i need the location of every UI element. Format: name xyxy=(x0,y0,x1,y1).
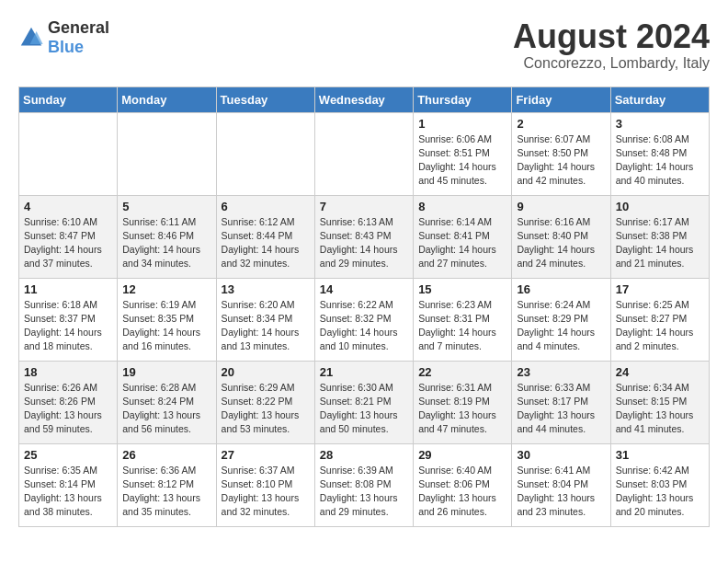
day-number: 27 xyxy=(222,448,310,462)
week-row-5: 25Sunrise: 6:35 AM Sunset: 8:14 PM Dayli… xyxy=(19,443,710,526)
page-header: General Blue August 2024 Concorezzo, Lom… xyxy=(18,18,710,72)
day-cell: 21Sunrise: 6:30 AM Sunset: 8:21 PM Dayli… xyxy=(314,361,413,443)
day-number: 23 xyxy=(517,365,605,379)
day-header-wednesday: Wednesday xyxy=(314,86,413,112)
day-info: Sunrise: 6:30 AM Sunset: 8:21 PM Dayligh… xyxy=(320,381,408,437)
day-info: Sunrise: 6:33 AM Sunset: 8:17 PM Dayligh… xyxy=(517,381,605,437)
day-number: 11 xyxy=(24,282,112,296)
day-number: 13 xyxy=(222,282,310,296)
day-info: Sunrise: 6:20 AM Sunset: 8:34 PM Dayligh… xyxy=(222,298,310,354)
month-year: August 2024 xyxy=(513,18,710,55)
day-number: 25 xyxy=(24,448,112,462)
day-number: 1 xyxy=(418,117,506,131)
day-cell: 26Sunrise: 6:36 AM Sunset: 8:12 PM Dayli… xyxy=(118,443,216,526)
day-header-row: SundayMondayTuesdayWednesdayThursdayFrid… xyxy=(19,86,710,112)
week-row-2: 4Sunrise: 6:10 AM Sunset: 8:47 PM Daylig… xyxy=(19,195,710,278)
day-cell: 15Sunrise: 6:23 AM Sunset: 8:31 PM Dayli… xyxy=(414,278,512,361)
day-info: Sunrise: 6:36 AM Sunset: 8:12 PM Dayligh… xyxy=(122,464,210,520)
day-cell: 1Sunrise: 6:06 AM Sunset: 8:51 PM Daylig… xyxy=(414,112,512,195)
day-cell: 9Sunrise: 6:16 AM Sunset: 8:40 PM Daylig… xyxy=(512,195,610,278)
day-info: Sunrise: 6:12 AM Sunset: 8:44 PM Dayligh… xyxy=(222,215,310,271)
day-cell: 5Sunrise: 6:11 AM Sunset: 8:46 PM Daylig… xyxy=(118,195,216,278)
day-info: Sunrise: 6:10 AM Sunset: 8:47 PM Dayligh… xyxy=(24,215,112,271)
day-header-tuesday: Tuesday xyxy=(216,86,314,112)
day-cell: 10Sunrise: 6:17 AM Sunset: 8:38 PM Dayli… xyxy=(610,195,709,278)
day-cell: 24Sunrise: 6:34 AM Sunset: 8:15 PM Dayli… xyxy=(610,361,709,443)
day-number: 29 xyxy=(418,448,506,462)
day-cell: 17Sunrise: 6:25 AM Sunset: 8:27 PM Dayli… xyxy=(610,278,709,361)
day-cell: 27Sunrise: 6:37 AM Sunset: 8:10 PM Dayli… xyxy=(216,443,314,526)
day-info: Sunrise: 6:16 AM Sunset: 8:40 PM Dayligh… xyxy=(517,215,605,271)
week-row-3: 11Sunrise: 6:18 AM Sunset: 8:37 PM Dayli… xyxy=(19,278,710,361)
day-cell: 28Sunrise: 6:39 AM Sunset: 8:08 PM Dayli… xyxy=(314,443,413,526)
day-info: Sunrise: 6:39 AM Sunset: 8:08 PM Dayligh… xyxy=(320,464,408,520)
day-info: Sunrise: 6:26 AM Sunset: 8:26 PM Dayligh… xyxy=(24,381,112,437)
day-header-sunday: Sunday xyxy=(19,86,118,112)
day-info: Sunrise: 6:37 AM Sunset: 8:10 PM Dayligh… xyxy=(222,464,310,520)
day-info: Sunrise: 6:18 AM Sunset: 8:37 PM Dayligh… xyxy=(24,298,112,354)
day-number: 21 xyxy=(320,365,408,379)
day-number: 30 xyxy=(517,448,605,462)
day-cell: 25Sunrise: 6:35 AM Sunset: 8:14 PM Dayli… xyxy=(19,443,118,526)
day-cell: 13Sunrise: 6:20 AM Sunset: 8:34 PM Dayli… xyxy=(216,278,314,361)
day-number: 10 xyxy=(616,200,704,213)
location: Concorezzo, Lombardy, Italy xyxy=(513,55,710,72)
day-info: Sunrise: 6:40 AM Sunset: 8:06 PM Dayligh… xyxy=(418,464,506,520)
day-number: 31 xyxy=(616,448,704,462)
day-cell: 20Sunrise: 6:29 AM Sunset: 8:22 PM Dayli… xyxy=(216,361,314,443)
day-number: 18 xyxy=(24,365,112,379)
day-info: Sunrise: 6:23 AM Sunset: 8:31 PM Dayligh… xyxy=(418,298,506,354)
day-cell: 18Sunrise: 6:26 AM Sunset: 8:26 PM Dayli… xyxy=(19,361,118,443)
day-info: Sunrise: 6:07 AM Sunset: 8:50 PM Dayligh… xyxy=(517,132,605,189)
day-cell: 31Sunrise: 6:42 AM Sunset: 8:03 PM Dayli… xyxy=(610,443,709,526)
day-number: 12 xyxy=(122,282,210,296)
day-number: 9 xyxy=(517,200,605,213)
day-info: Sunrise: 6:17 AM Sunset: 8:38 PM Dayligh… xyxy=(616,215,704,271)
day-number: 22 xyxy=(418,365,506,379)
day-cell: 12Sunrise: 6:19 AM Sunset: 8:35 PM Dayli… xyxy=(118,278,216,361)
day-number: 15 xyxy=(418,282,506,296)
day-info: Sunrise: 6:24 AM Sunset: 8:29 PM Dayligh… xyxy=(517,298,605,354)
day-cell: 6Sunrise: 6:12 AM Sunset: 8:44 PM Daylig… xyxy=(216,195,314,278)
day-info: Sunrise: 6:28 AM Sunset: 8:24 PM Dayligh… xyxy=(122,381,210,437)
day-number: 2 xyxy=(517,117,605,131)
day-info: Sunrise: 6:25 AM Sunset: 8:27 PM Dayligh… xyxy=(616,298,704,354)
day-info: Sunrise: 6:06 AM Sunset: 8:51 PM Dayligh… xyxy=(418,132,506,189)
day-cell xyxy=(118,112,216,195)
day-cell xyxy=(314,112,413,195)
day-number: 7 xyxy=(320,200,408,213)
day-number: 14 xyxy=(320,282,408,296)
logo-text-general: General xyxy=(48,18,109,37)
logo-icon xyxy=(18,25,44,51)
day-info: Sunrise: 6:22 AM Sunset: 8:32 PM Dayligh… xyxy=(320,298,408,354)
day-number: 20 xyxy=(222,365,310,379)
day-info: Sunrise: 6:11 AM Sunset: 8:46 PM Dayligh… xyxy=(122,215,210,271)
logo: General Blue xyxy=(18,18,109,57)
day-number: 4 xyxy=(24,200,112,213)
day-header-saturday: Saturday xyxy=(610,86,709,112)
day-number: 3 xyxy=(616,117,704,131)
day-cell: 23Sunrise: 6:33 AM Sunset: 8:17 PM Dayli… xyxy=(512,361,610,443)
day-cell: 11Sunrise: 6:18 AM Sunset: 8:37 PM Dayli… xyxy=(19,278,118,361)
logo-text-blue: Blue xyxy=(48,38,84,56)
title-block: August 2024 Concorezzo, Lombardy, Italy xyxy=(513,18,710,72)
calendar-table: SundayMondayTuesdayWednesdayThursdayFrid… xyxy=(18,86,710,527)
day-info: Sunrise: 6:13 AM Sunset: 8:43 PM Dayligh… xyxy=(320,215,408,271)
day-cell: 4Sunrise: 6:10 AM Sunset: 8:47 PM Daylig… xyxy=(19,195,118,278)
day-header-thursday: Thursday xyxy=(414,86,512,112)
day-info: Sunrise: 6:34 AM Sunset: 8:15 PM Dayligh… xyxy=(616,381,704,437)
day-info: Sunrise: 6:42 AM Sunset: 8:03 PM Dayligh… xyxy=(616,464,704,520)
day-number: 6 xyxy=(222,200,310,213)
day-info: Sunrise: 6:29 AM Sunset: 8:22 PM Dayligh… xyxy=(222,381,310,437)
day-number: 24 xyxy=(616,365,704,379)
day-number: 28 xyxy=(320,448,408,462)
day-info: Sunrise: 6:35 AM Sunset: 8:14 PM Dayligh… xyxy=(24,464,112,520)
day-number: 8 xyxy=(418,200,506,213)
day-number: 17 xyxy=(616,282,704,296)
day-cell: 8Sunrise: 6:14 AM Sunset: 8:41 PM Daylig… xyxy=(414,195,512,278)
day-cell: 29Sunrise: 6:40 AM Sunset: 8:06 PM Dayli… xyxy=(414,443,512,526)
day-cell: 30Sunrise: 6:41 AM Sunset: 8:04 PM Dayli… xyxy=(512,443,610,526)
day-cell: 14Sunrise: 6:22 AM Sunset: 8:32 PM Dayli… xyxy=(314,278,413,361)
day-cell: 19Sunrise: 6:28 AM Sunset: 8:24 PM Dayli… xyxy=(118,361,216,443)
day-cell: 2Sunrise: 6:07 AM Sunset: 8:50 PM Daylig… xyxy=(512,112,610,195)
